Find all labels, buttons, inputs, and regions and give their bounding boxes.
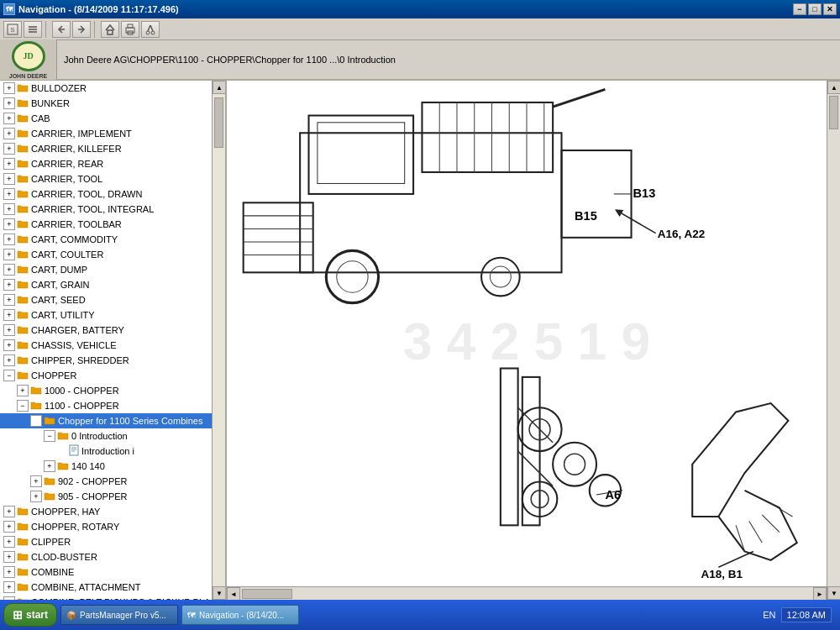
- tree-label-combine-belt-pickups: COMBINE, BELT PICKUPS & PICKUP PLA: [31, 597, 210, 600]
- tree-expander-carrier-tool[interactable]: +: [3, 173, 15, 185]
- tree-expander-clipper[interactable]: +: [3, 536, 15, 548]
- tree-expander-item-140[interactable]: +: [44, 460, 55, 472]
- taskbar-item-label-2: Navigation - (8/14/20...: [199, 611, 284, 620]
- tree-expander-cart-seed[interactable]: +: [3, 294, 15, 306]
- toolbar: S: [0, 18, 840, 40]
- tree-item-chopper-1100[interactable]: −1100 - CHOPPER: [0, 398, 212, 413]
- tree-item-carrier-tool-drawn[interactable]: +CARRIER, TOOL, DRAWN: [0, 186, 212, 202]
- logo-box: JD JOHN DEERE: [0, 39, 57, 80]
- tree-item-cab[interactable]: +CAB: [0, 111, 212, 126]
- tree-item-cart-coulter[interactable]: +CART, COULTER: [0, 247, 212, 262]
- tree-item-intro-i[interactable]: Introduction i: [0, 444, 212, 459]
- tree-item-carrier-toolbar[interactable]: +CARRIER, TOOLBAR: [0, 217, 212, 232]
- tree-expander-bunker[interactable]: +: [3, 97, 15, 109]
- toolbar-btn-print[interactable]: [121, 21, 139, 38]
- sidebar-scroll-down[interactable]: ▼: [213, 586, 226, 600]
- tree-expander-combine-belt-pickups[interactable]: +: [3, 596, 15, 600]
- tree-item-chopper[interactable]: −CHOPPER: [0, 368, 212, 383]
- tree-expander-chopper-902[interactable]: +: [30, 475, 42, 487]
- sidebar-scroll-up[interactable]: ▲: [213, 81, 226, 94]
- tree-item-carrier-implement[interactable]: +CARRIER, IMPLEMENT: [0, 126, 212, 141]
- tree-item-chopper-905[interactable]: +905 - CHOPPER: [0, 489, 212, 504]
- tree-expander-chopper-1100[interactable]: −: [17, 400, 29, 412]
- minimize-button[interactable]: −: [793, 3, 806, 15]
- start-button[interactable]: ⊞ start: [3, 603, 57, 627]
- tree-expander-carrier-tool-integral[interactable]: +: [3, 203, 15, 215]
- tree-item-charger-battery[interactable]: +CHARGER, BATTERY: [0, 323, 212, 338]
- maximize-button[interactable]: □: [808, 3, 822, 15]
- tree-expander-combine[interactable]: +: [3, 566, 15, 578]
- tree-expander-cab[interactable]: +: [3, 113, 15, 124]
- tree-item-chopper-1000[interactable]: +1000 - CHOPPER: [0, 383, 212, 398]
- tree-item-cart-dump[interactable]: +CART, DUMP: [0, 262, 212, 277]
- tree-expander-chopper-1000[interactable]: +: [17, 385, 29, 396]
- tree-label-cart-dump: CART, DUMP: [31, 265, 87, 275]
- tree-expander-chipper-shredder[interactable]: +: [3, 354, 15, 366]
- tree-expander-clod-buster[interactable]: +: [3, 551, 15, 563]
- toolbar-btn-2[interactable]: [24, 21, 42, 38]
- toolbar-btn-home[interactable]: [101, 21, 119, 38]
- svg-point-11: [146, 31, 150, 34]
- tree-item-item-140[interactable]: +140 140: [0, 459, 212, 474]
- tree-item-combine-attachment[interactable]: +COMBINE, ATTACHMENT: [0, 580, 212, 595]
- tree-item-cart-seed[interactable]: +CART, SEED: [0, 292, 212, 307]
- tree-item-combine[interactable]: +COMBINE: [0, 564, 212, 580]
- tree-expander-carrier-killefer[interactable]: +: [3, 143, 15, 155]
- tree-expander-chopper-for-1100[interactable]: −: [30, 415, 42, 427]
- tree-expander-chopper-905[interactable]: +: [30, 491, 42, 502]
- toolbar-btn-back[interactable]: [52, 21, 71, 38]
- scroll-down-btn[interactable]: ▼: [827, 586, 840, 600]
- tree-expander-carrier-rear[interactable]: +: [3, 158, 15, 170]
- diagram-hscrollbar[interactable]: ◄ ►: [227, 586, 827, 600]
- tree-expander-carrier-implement[interactable]: +: [3, 128, 15, 139]
- toolbar-btn-cut[interactable]: [141, 21, 160, 38]
- toolbar-btn-1[interactable]: S: [3, 21, 22, 38]
- tree-expander-chopper-rotary[interactable]: +: [3, 521, 15, 533]
- sidebar-vscrollbar[interactable]: ▲ ▼: [212, 81, 225, 600]
- tree-item-cart-grain[interactable]: +CART, GRAIN: [0, 277, 212, 292]
- tree-item-cart-utility[interactable]: +CART, UTILITY: [0, 307, 212, 323]
- scroll-right-btn[interactable]: ►: [813, 587, 827, 600]
- scroll-up-btn[interactable]: ▲: [827, 81, 840, 94]
- close-button[interactable]: ✕: [823, 3, 837, 15]
- tree-expander-intro-0[interactable]: −: [44, 430, 55, 442]
- tree-item-intro-0[interactable]: −0 Introduction: [0, 428, 212, 444]
- tree-expander-combine-attachment[interactable]: +: [3, 581, 15, 593]
- tree-item-carrier-rear[interactable]: +CARRIER, REAR: [0, 156, 212, 171]
- tree-expander-chassis-vehicle[interactable]: +: [3, 339, 15, 351]
- toolbar-btn-forward[interactable]: [72, 21, 91, 38]
- tree-item-chassis-vehicle[interactable]: +CHASSIS, VEHICLE: [0, 338, 212, 353]
- tree-expander-cart-dump[interactable]: +: [3, 264, 15, 276]
- tree-expander-charger-battery[interactable]: +: [3, 324, 15, 336]
- tree-item-chipper-shredder[interactable]: +CHIPPER, SHREDDER: [0, 353, 212, 368]
- tree-item-carrier-tool[interactable]: +CARRIER, TOOL: [0, 171, 212, 186]
- tree-expander-chopper[interactable]: −: [3, 370, 15, 381]
- tree-icon-chopper-902: [44, 475, 55, 487]
- tree-expander-carrier-toolbar[interactable]: +: [3, 218, 15, 230]
- taskbar-item-partsmanager[interactable]: 📦 PartsManager Pro v5...: [60, 605, 178, 625]
- taskbar-item-navigation[interactable]: 🗺 Navigation - (8/14/20...: [181, 605, 299, 625]
- tree-expander-cart-grain[interactable]: +: [3, 279, 15, 291]
- tree-expander-bulldozer[interactable]: +: [3, 82, 15, 94]
- tree-item-chopper-902[interactable]: +902 - CHOPPER: [0, 474, 212, 489]
- tree-item-cart-commodity[interactable]: +CART, COMMODITY: [0, 232, 212, 247]
- tree-item-carrier-killefer[interactable]: +CARRIER, KILLEFER: [0, 141, 212, 156]
- tree-expander-cart-coulter[interactable]: +: [3, 249, 15, 260]
- scroll-left-btn[interactable]: ◄: [227, 587, 240, 600]
- toolbar-sep-1: [45, 21, 49, 38]
- tree-item-chopper-hay[interactable]: +CHOPPER, HAY: [0, 504, 212, 519]
- tree-expander-cart-commodity[interactable]: +: [3, 234, 15, 245]
- tree-expander-cart-utility[interactable]: +: [3, 309, 15, 321]
- tree-item-chopper-rotary[interactable]: +CHOPPER, ROTARY: [0, 519, 212, 534]
- tree-item-bunker[interactable]: +BUNKER: [0, 96, 212, 111]
- tree-item-bulldozer[interactable]: +BULLDOZER: [0, 81, 212, 96]
- tree-item-chopper-for-1100[interactable]: −Chopper for 1100 Series Combines: [0, 413, 212, 428]
- tree-item-clipper[interactable]: +CLIPPER: [0, 534, 212, 549]
- tree-item-clod-buster[interactable]: +CLOD-BUSTER: [0, 549, 212, 564]
- diagram-vscrollbar[interactable]: ▲ ▼: [827, 81, 840, 600]
- tree-item-combine-belt-pickups[interactable]: +COMBINE, BELT PICKUPS & PICKUP PLA: [0, 595, 212, 600]
- language-indicator: EN: [763, 610, 775, 620]
- tree-expander-carrier-tool-drawn[interactable]: +: [3, 188, 15, 200]
- tree-expander-chopper-hay[interactable]: +: [3, 506, 15, 517]
- tree-item-carrier-tool-integral[interactable]: +CARRIER, TOOL, INTEGRAL: [0, 202, 212, 217]
